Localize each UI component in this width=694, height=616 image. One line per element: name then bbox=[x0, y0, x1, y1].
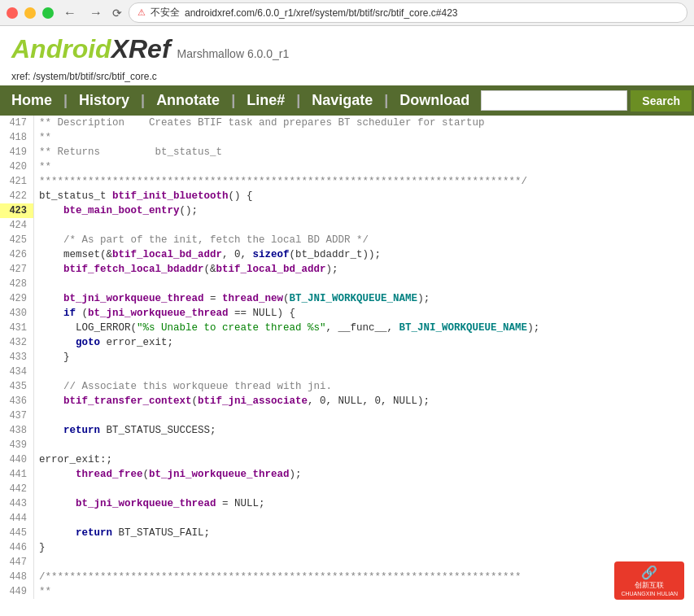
line-number: 423 bbox=[0, 203, 34, 218]
line-number: 420 bbox=[0, 159, 34, 174]
table-row: 439 bbox=[0, 438, 694, 452]
code-content: /***************************************… bbox=[39, 570, 522, 584]
line-number: 446 bbox=[0, 540, 34, 555]
table-row: 441 thread_free(bt_jni_workqueue_thread)… bbox=[0, 467, 694, 482]
code-content: return BT_STATUS_SUCCESS; bbox=[39, 423, 216, 438]
code-content: bt_jni_workqueue_thread = thread_new(BT_… bbox=[39, 291, 430, 306]
table-row: 449 ** bbox=[0, 584, 694, 599]
code-content: btif_transfer_context(btif_jni_associate… bbox=[39, 394, 430, 408]
page-header: AndroidXRefMarshmallow 6.0.0_r1 bbox=[0, 26, 694, 69]
nav-history[interactable]: History bbox=[68, 85, 141, 116]
maximize-btn[interactable] bbox=[42, 7, 54, 19]
logo-xref: XRef bbox=[111, 34, 171, 63]
code-content: ** Returns bt_status_t bbox=[39, 145, 222, 159]
table-row: 418 ** bbox=[0, 130, 694, 145]
url-text: androidxref.com/6.0.0_r1/xref/system/bt/… bbox=[185, 7, 457, 19]
table-row: 423 bte_main_boot_entry(); bbox=[0, 203, 694, 218]
table-row: 417 ** Description Creates BTIF task and… bbox=[0, 116, 694, 130]
line-number: 443 bbox=[0, 496, 34, 511]
nav-lineno[interactable]: Line# bbox=[235, 85, 296, 116]
code-content: } bbox=[39, 540, 46, 555]
table-row: 442 bbox=[0, 482, 694, 496]
line-number: 444 bbox=[0, 511, 34, 526]
code-content: LOG_ERROR("%s Unable to create thread %s… bbox=[39, 321, 539, 335]
table-row: 447 bbox=[0, 555, 694, 570]
code-content: if (bt_jni_workqueue_thread == NULL) { bbox=[39, 306, 295, 321]
line-number: 427 bbox=[0, 262, 34, 277]
table-row: 422 bt_status_t btif_init_bluetooth() { bbox=[0, 189, 694, 203]
line-number: 441 bbox=[0, 467, 34, 482]
code-content: ** bbox=[39, 130, 51, 145]
code-area: 417 ** Description Creates BTIF task and… bbox=[0, 116, 694, 599]
table-row: 420 ** bbox=[0, 159, 694, 174]
table-row: 435 // Associate this workqueue thread w… bbox=[0, 379, 694, 394]
table-row: 438 return BT_STATUS_SUCCESS; bbox=[0, 423, 694, 438]
logo-version: Marshmallow 6.0.0_r1 bbox=[177, 47, 290, 60]
code-content: ** bbox=[39, 584, 51, 599]
line-number: 421 bbox=[0, 174, 34, 189]
line-number: 418 bbox=[0, 130, 34, 145]
table-row: 425 /* As part of the init, fetch the lo… bbox=[0, 233, 694, 247]
table-row: 448 /***********************************… bbox=[0, 570, 694, 584]
line-number: 425 bbox=[0, 233, 34, 247]
nav-navigate[interactable]: Navigate bbox=[300, 85, 384, 116]
line-number: 419 bbox=[0, 145, 34, 159]
table-row: 419 ** Returns bt_status_t bbox=[0, 145, 694, 159]
site-logo: AndroidXRefMarshmallow 6.0.0_r1 bbox=[11, 34, 683, 64]
line-number: 417 bbox=[0, 116, 34, 130]
refresh-btn[interactable]: ⟳ bbox=[112, 7, 122, 20]
nav-annotate[interactable]: Annotate bbox=[145, 85, 231, 116]
code-content: ****************************************… bbox=[39, 174, 527, 189]
line-number: 445 bbox=[0, 526, 34, 540]
line-number: 442 bbox=[0, 482, 34, 496]
security-icon: ⚠ bbox=[137, 7, 146, 18]
table-row: 440 error_exit:; bbox=[0, 452, 694, 467]
table-row: 446 } bbox=[0, 540, 694, 555]
code-content: memset(&btif_local_bd_addr, 0, sizeof(bt… bbox=[39, 247, 381, 262]
forward-btn[interactable]: → bbox=[86, 4, 106, 22]
code-content: } bbox=[39, 350, 70, 365]
browser-chrome: ← → ⟳ ⚠ 不安全 androidxref.com/6.0.0_r1/xre… bbox=[0, 0, 694, 26]
code-content: // Associate this workqueue thread with … bbox=[39, 379, 332, 394]
line-number: 422 bbox=[0, 189, 34, 203]
minimize-btn[interactable] bbox=[24, 7, 36, 19]
address-bar[interactable]: ⚠ 不安全 androidxref.com/6.0.0_r1/xref/syst… bbox=[129, 2, 687, 23]
table-row: 443 bt_jni_workqueue_thread = NULL; bbox=[0, 496, 694, 511]
security-label: 不安全 bbox=[151, 6, 180, 20]
line-number: 434 bbox=[0, 365, 34, 379]
table-row: 437 bbox=[0, 408, 694, 423]
table-row: 430 if (bt_jni_workqueue_thread == NULL)… bbox=[0, 306, 694, 321]
table-row: 433 } bbox=[0, 350, 694, 365]
line-number: 436 bbox=[0, 394, 34, 408]
close-btn[interactable] bbox=[7, 7, 18, 19]
table-row: 444 bbox=[0, 511, 694, 526]
search-input[interactable] bbox=[481, 90, 627, 111]
nav-bar: Home | History | Annotate | Line# | Navi… bbox=[0, 85, 694, 116]
line-number: 430 bbox=[0, 306, 34, 321]
line-number: 439 bbox=[0, 438, 34, 452]
table-row: 436 btif_transfer_context(btif_jni_assoc… bbox=[0, 394, 694, 408]
nav-download[interactable]: Download bbox=[388, 85, 481, 116]
table-row: 431 LOG_ERROR("%s Unable to create threa… bbox=[0, 321, 694, 335]
nav-home[interactable]: Home bbox=[0, 85, 63, 116]
table-row: 424 bbox=[0, 218, 694, 233]
search-button[interactable]: Search bbox=[631, 90, 692, 111]
line-number: 426 bbox=[0, 247, 34, 262]
table-row: 426 memset(&btif_local_bd_addr, 0, sizeo… bbox=[0, 247, 694, 262]
watermark: 🔗 创新互联 CHUANGXIN HULIAN bbox=[614, 561, 684, 599]
line-number: 437 bbox=[0, 408, 34, 423]
watermark-subtext: CHUANGXIN HULIAN bbox=[621, 591, 678, 596]
line-number: 448 bbox=[0, 570, 34, 584]
line-number: 424 bbox=[0, 218, 34, 233]
code-content: goto error_exit; bbox=[39, 335, 173, 350]
line-number: 431 bbox=[0, 321, 34, 335]
code-content: /* As part of the init, fetch the local … bbox=[39, 233, 369, 247]
table-row: 428 bbox=[0, 277, 694, 291]
line-number: 447 bbox=[0, 555, 34, 570]
table-row: 427 btif_fetch_local_bdaddr(&btif_local_… bbox=[0, 262, 694, 277]
line-number: 435 bbox=[0, 379, 34, 394]
line-number: 433 bbox=[0, 350, 34, 365]
back-btn[interactable]: ← bbox=[60, 4, 80, 22]
watermark-icon: 🔗 bbox=[641, 565, 657, 580]
line-number: 438 bbox=[0, 423, 34, 438]
